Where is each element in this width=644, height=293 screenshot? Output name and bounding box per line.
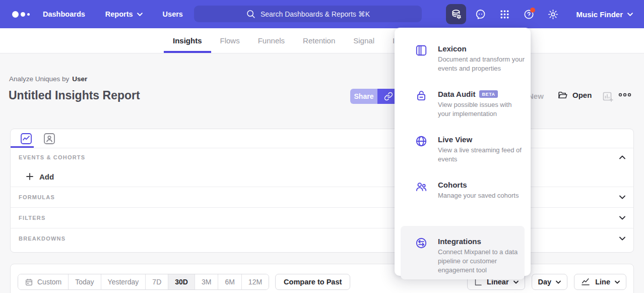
- events-cohorts-label: EVENTS & COHORTS: [19, 154, 85, 160]
- chevron-up-icon: [619, 155, 625, 159]
- filters-label: FILTERS: [19, 215, 45, 221]
- filters-section-header[interactable]: FILTERS: [11, 207, 633, 228]
- chevron-down-icon: [619, 216, 625, 220]
- topbar-actions: Music Finder: [446, 4, 636, 24]
- menu-item-title: Live View: [438, 135, 472, 144]
- page-title[interactable]: Untitled Insights Report: [9, 89, 140, 102]
- more-dots-icon: [618, 92, 632, 98]
- breakdowns-section-header[interactable]: BREAKDOWNS: [11, 228, 633, 249]
- chat-bubble-icon: [475, 9, 486, 20]
- menu-item-integrations[interactable]: Integrations Connect Mixpanel to a data …: [401, 226, 525, 279]
- chevron-down-icon: [619, 237, 625, 241]
- compare-to-past-button[interactable]: Compare to Past: [275, 274, 350, 290]
- gear-icon: [547, 9, 559, 20]
- formulas-section-header[interactable]: FORMULAS: [11, 187, 633, 207]
- report-subtitle: Analyze Uniques by User: [9, 75, 87, 83]
- more-options-button[interactable]: [618, 92, 632, 98]
- range-6m-button[interactable]: 6M: [218, 274, 241, 289]
- tab-insights[interactable]: Insights: [164, 28, 211, 53]
- menu-item-cohorts[interactable]: Cohorts Manage your saved cohorts: [395, 181, 531, 226]
- plus-icon: [26, 172, 34, 181]
- expand-breakdowns-button[interactable]: [619, 237, 625, 241]
- integrations-sync-icon: [415, 237, 428, 250]
- search-icon: [246, 9, 255, 19]
- range-3m-button[interactable]: 3M: [195, 274, 218, 289]
- cohorts-people-icon: [415, 180, 428, 193]
- range-custom-button[interactable]: Custom: [18, 274, 68, 289]
- chart-type-select[interactable]: Line: [574, 274, 626, 290]
- range-30d-button[interactable]: 30D: [168, 274, 195, 289]
- add-event-button[interactable]: Add: [11, 166, 633, 187]
- expand-filters-button[interactable]: [619, 216, 625, 220]
- database-gear-icon: [450, 9, 462, 20]
- nav-dashboards[interactable]: Dashboards: [43, 10, 85, 18]
- add-label: Add: [39, 172, 54, 181]
- project-selector[interactable]: Music Finder: [573, 6, 636, 23]
- settings-button[interactable]: [543, 4, 563, 24]
- data-management-button[interactable]: [446, 4, 466, 24]
- events-cohorts-section-header: EVENTS & COHORTS: [11, 148, 633, 166]
- tab-signal[interactable]: Signal: [344, 28, 383, 53]
- range-yesterday-button[interactable]: Yesterday: [101, 274, 146, 289]
- line-chart-icon: [581, 277, 591, 287]
- breakdowns-label: BREAKDOWNS: [19, 236, 66, 242]
- chart-line-tab-icon: [20, 133, 32, 145]
- menu-item-title: Lexicon: [438, 44, 467, 53]
- data-audit-lock-icon: [415, 89, 428, 102]
- chevron-down-icon: [627, 13, 633, 16]
- apps-menu-button[interactable]: [494, 4, 514, 24]
- chart-controls-toolbar: Custom Today Yesterday 7D 30D 3M 6M 12M …: [10, 264, 634, 293]
- range-7d-button[interactable]: 7D: [145, 274, 168, 289]
- tab-flows[interactable]: Flows: [211, 28, 249, 53]
- search-input[interactable]: Search Dashboards & Reports ⌘K: [194, 6, 422, 22]
- mixpanel-logo-icon[interactable]: [12, 11, 30, 18]
- range-12m-button[interactable]: 12M: [241, 274, 269, 289]
- analysis-entity-selector[interactable]: User: [72, 75, 87, 83]
- events-view-tab[interactable]: [15, 129, 38, 148]
- menu-item-live-view[interactable]: Live View View a live streaming feed of …: [395, 135, 531, 181]
- range-today-button[interactable]: Today: [68, 274, 100, 289]
- data-management-dropdown: Lexicon Document and transform your even…: [395, 28, 531, 276]
- query-builder-card: EVENTS & COHORTS Add FORMULAS FILTERS BR…: [10, 129, 634, 253]
- menu-item-description: View a live streaming feed of events: [438, 146, 525, 164]
- expand-formulas-button[interactable]: [619, 195, 625, 199]
- subtitle-prefix: Analyze Uniques by: [9, 75, 69, 83]
- share-button[interactable]: Share: [350, 89, 377, 104]
- menu-item-data-audit[interactable]: Data Audit BETA View possible issues wit…: [395, 90, 531, 135]
- menu-item-description: Manage your saved cohorts: [438, 191, 525, 200]
- help-button[interactable]: [519, 4, 539, 24]
- chevron-down-icon: [615, 280, 620, 284]
- open-report-button[interactable]: Open: [557, 90, 592, 100]
- live-view-globe-icon: [415, 135, 428, 148]
- interval-select[interactable]: Day: [532, 274, 568, 290]
- notification-dot: [530, 8, 535, 13]
- formulas-label: FORMULAS: [19, 194, 55, 200]
- nav-reports[interactable]: Reports: [105, 10, 143, 18]
- menu-item-description: View possible issues with your implement…: [438, 100, 525, 119]
- beta-badge: BETA: [479, 90, 497, 98]
- date-range-segmented-control: Custom Today Yesterday 7D 30D 3M 6M 12M: [18, 274, 269, 290]
- share-button-group: Share: [350, 89, 399, 104]
- menu-item-lexicon[interactable]: Lexicon Document and transform your even…: [395, 44, 531, 90]
- open-label: Open: [572, 91, 592, 99]
- collapse-events-button[interactable]: [619, 155, 625, 159]
- add-to-dashboard-button[interactable]: [602, 91, 614, 103]
- lexicon-book-icon: [415, 44, 428, 57]
- menu-item-description: Connect Mixpanel to a data pipeline or c…: [438, 248, 525, 275]
- search-placeholder: Search Dashboards & Reports ⌘K: [261, 10, 370, 18]
- menu-item-title: Cohorts: [438, 181, 467, 189]
- feedback-button[interactable]: [470, 4, 490, 24]
- person-tab-icon: [43, 133, 55, 145]
- tab-retention[interactable]: Retention: [294, 28, 344, 53]
- tab-funnels[interactable]: Funnels: [249, 28, 294, 53]
- folder-open-icon: [557, 90, 568, 100]
- menu-item-title: Data Audit: [438, 90, 475, 98]
- menu-item-description: Document and transform your events and p…: [438, 55, 525, 73]
- chevron-down-icon: [556, 280, 561, 284]
- chevron-down-icon: [513, 280, 519, 284]
- calendar-icon: [25, 278, 33, 286]
- nav-users[interactable]: Users: [163, 10, 183, 18]
- link-icon: [384, 92, 393, 101]
- builder-view-tabs: [11, 129, 633, 148]
- users-view-tab[interactable]: [38, 129, 61, 148]
